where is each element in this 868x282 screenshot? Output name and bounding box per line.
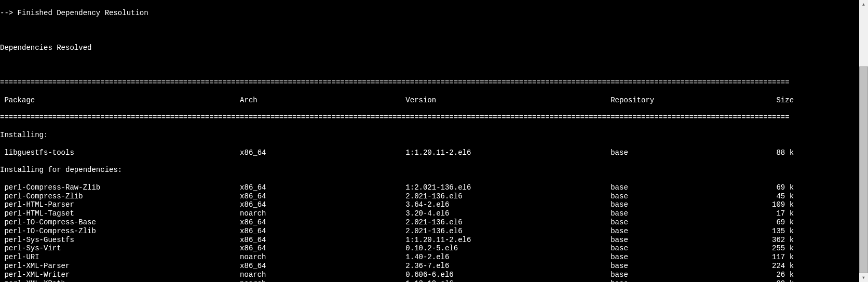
dependency-row: perl-IO-Compress-Base x86_64 2.021-136.e…: [0, 218, 807, 227]
terminal-output: --> Finished Dependency Resolution Depen…: [0, 0, 807, 282]
blank-line: [0, 26, 807, 35]
dependency-row: perl-IO-Compress-Zlib x86_64 2.021-136.e…: [0, 227, 807, 236]
dependency-row: perl-HTML-Parser x86_64 3.64-2.el6 base …: [0, 200, 807, 209]
message-resolved: Dependencies Resolved: [0, 44, 807, 52]
dependency-row: perl-Sys-Virt x86_64 0.10.2-5.el6 base 2…: [0, 244, 807, 253]
divider-top: ========================================…: [0, 78, 807, 87]
dependency-row: perl-XML-Writer noarch 0.606-6.el6 base …: [0, 271, 807, 279]
dependency-row: perl-Compress-Zlib x86_64 2.021-136.el6 …: [0, 192, 807, 201]
dependency-row: perl-Compress-Raw-Zlib x86_64 1:2.021-13…: [0, 183, 807, 192]
package-row: libguestfs-tools x86_64 1:1.20.11-2.el6 …: [0, 149, 807, 157]
dependency-row: perl-URI noarch 1.40-2.el6 base 117 k: [0, 253, 807, 262]
scrollbar-thumb[interactable]: [859, 66, 868, 273]
dependency-row: perl-XML-XPath noarch 1.13-10.el6 base 8…: [0, 279, 807, 283]
dependency-row: perl-HTML-Tagset noarch 3.20-4.el6 base …: [0, 209, 807, 218]
scrollbar[interactable]: ▲ ▼: [859, 0, 868, 282]
blank-line: [0, 61, 807, 70]
section-installing-deps: Installing for dependencies:: [0, 166, 807, 174]
dependency-row: perl-Sys-Guestfs x86_64 1:1.20.11-2.el6 …: [0, 236, 807, 245]
divider-header: ========================================…: [0, 113, 807, 122]
header-row: Package Arch Version Repository Size: [0, 96, 807, 105]
dependency-row: perl-XML-Parser x86_64 2.36-7.el6 base 2…: [0, 262, 807, 271]
scrollbar-up-arrow[interactable]: ▲: [859, 0, 868, 9]
section-installing: Installing:: [0, 131, 807, 140]
message-finished: --> Finished Dependency Resolution: [0, 9, 807, 18]
scrollbar-down-arrow[interactable]: ▼: [859, 273, 868, 282]
